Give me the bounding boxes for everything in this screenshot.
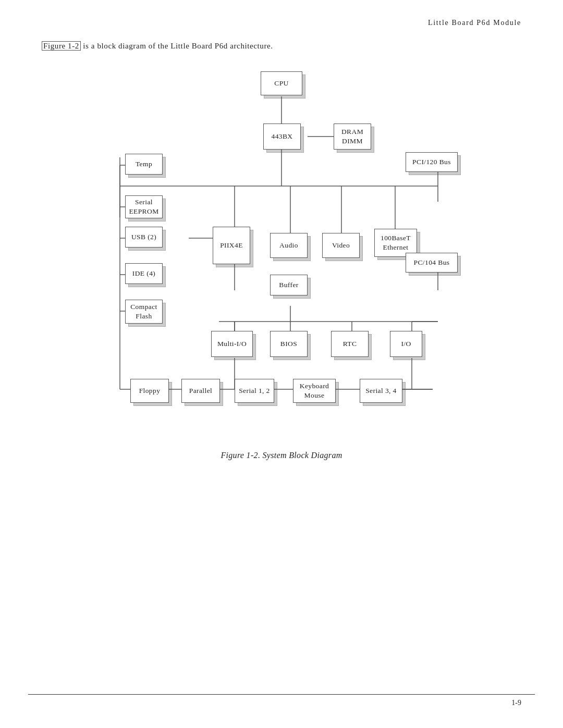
block-video: Video [322,233,360,258]
block-compact-flash: Compact Flash [125,300,163,324]
page-number: 1-9 [0,699,563,707]
block-floppy: Floppy [130,379,169,403]
footer-divider [28,694,535,695]
block-dram: DRAM DIMM [334,124,371,150]
page-header: Little Board P6d Module [0,0,563,32]
block-diagram: CPU 443BX DRAM DIMM PCI/120 Bus Temp Ser… [57,66,506,441]
block-ide: IDE (4) [125,263,163,284]
figure-ref[interactable]: Figure 1-2 [42,41,81,51]
block-serial34: Serial 3, 4 [360,379,402,403]
block-io: I/O [390,331,422,357]
figure-caption: Figure 1-2. System Block Diagram [0,451,563,460]
block-cpu: CPU [261,71,302,95]
block-usb: USB (2) [125,227,163,248]
intro-paragraph: Figure 1-2 is a block diagram of the Lit… [0,32,563,51]
block-bios: BIOS [270,331,308,357]
block-temp: Temp [125,154,163,175]
block-pci-bus: PCI/120 Bus [406,152,458,172]
block-pc104-bus: PC/104 Bus [406,253,458,273]
intro-body: is a block diagram of the Little Board P… [81,42,273,50]
block-parallel: Parallel [181,379,220,403]
block-keyboard-mouse: Keyboard Mouse [293,379,336,403]
page-footer: 1-9 [0,694,563,707]
block-audio: Audio [270,233,308,258]
block-multi-io: Multi-I/O [211,331,253,357]
block-serial-eeprom: Serial EEPROM [125,195,163,218]
block-chipset: 443BX [263,124,301,150]
block-piix4e: PIIX4E [213,227,250,264]
header-title: Little Board P6d Module [428,19,521,27]
block-serial12: Serial 1, 2 [235,379,274,403]
block-buffer: Buffer [270,275,308,295]
block-rtc: RTC [331,331,369,357]
